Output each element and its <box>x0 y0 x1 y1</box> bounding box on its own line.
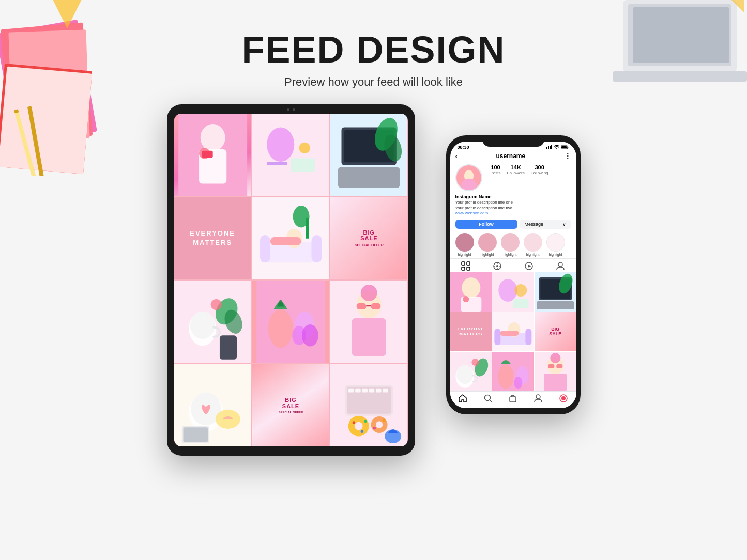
bottom-home[interactable] <box>458 394 467 405</box>
svg-rect-68 <box>355 388 361 392</box>
ig-stat-posts: 100 Posts <box>491 164 501 175</box>
signal-icon <box>546 145 553 149</box>
subtitle: Preview how your feed will look like <box>0 75 747 89</box>
tablet-screen: EVERYONEMATTERS <box>174 114 408 446</box>
phone-post-8 <box>492 352 534 391</box>
svg-rect-28 <box>338 167 400 188</box>
phone-post-grid: EVERYONEMATTERS <box>450 272 576 391</box>
svg-rect-135 <box>544 374 567 391</box>
svg-rect-101 <box>499 266 501 267</box>
chevron-down-icon: ∨ <box>562 222 566 227</box>
ig-profile-section: 100 Posts 14K Followers 300 Following <box>450 162 576 193</box>
grid-cell-8 <box>252 281 329 363</box>
svg-rect-21 <box>267 162 287 165</box>
main-title: FEED DESIGN <box>0 31 747 68</box>
highlight-2[interactable]: highlight <box>478 233 497 256</box>
ig-stat-following: 300 Following <box>531 164 548 175</box>
status-time: 08:30 <box>458 145 469 150</box>
tab-profile[interactable] <box>555 261 566 271</box>
svg-point-41 <box>190 312 215 339</box>
highlight-1[interactable]: highlight <box>455 233 474 256</box>
grid-cell-1 <box>174 114 251 196</box>
ig-stat-followers: 14K Followers <box>507 164 525 175</box>
grid-cell-12 <box>330 364 407 447</box>
follow-button[interactable]: Follow <box>455 220 517 229</box>
svg-point-130 <box>498 364 513 389</box>
grid-cell-11: BIGSALE SPECIAL OFFER <box>252 364 329 447</box>
phone-screen: 08:30 <box>450 142 576 408</box>
svg-rect-63 <box>183 427 208 442</box>
message-button[interactable]: Message ∨ <box>520 220 571 229</box>
svg-rect-72 <box>383 388 388 392</box>
tablet-dot-2 <box>293 108 295 111</box>
highlight-4[interactable]: highlight <box>524 233 542 256</box>
phone-mockup: Drag and drop your images into feed plac… <box>446 135 581 414</box>
bottom-activity[interactable] <box>559 394 568 405</box>
svg-rect-136 <box>548 364 554 368</box>
svg-rect-93 <box>467 262 470 265</box>
highlight-5[interactable]: highlight <box>546 233 565 256</box>
highlight-2-label: highlight <box>480 253 494 256</box>
bottom-shop[interactable] <box>508 394 517 405</box>
phone-frame: 08:30 <box>446 135 581 414</box>
grid-cell-6: BIGSALE SPECIAL OFFER <box>330 197 407 280</box>
message-label: Message <box>525 222 544 227</box>
svg-point-23 <box>299 143 310 153</box>
svg-rect-121 <box>525 329 531 345</box>
svg-point-44 <box>210 299 221 310</box>
grid-cell-3 <box>330 114 407 196</box>
following-count: 300 <box>531 164 548 170</box>
svg-rect-67 <box>348 388 354 392</box>
svg-rect-83 <box>546 147 547 149</box>
phone-post-7 <box>450 352 492 391</box>
svg-rect-112 <box>513 299 528 308</box>
svg-point-108 <box>463 296 469 302</box>
status-icons <box>546 145 569 149</box>
ig-name: Instagram Name <box>455 194 571 199</box>
svg-rect-99 <box>497 268 498 270</box>
svg-rect-84 <box>548 146 549 149</box>
svg-rect-95 <box>467 267 470 270</box>
svg-point-80 <box>383 419 385 422</box>
highlight-3[interactable]: highlight <box>501 233 520 256</box>
ig-avatar <box>455 164 482 191</box>
tab-reels[interactable] <box>492 261 502 271</box>
svg-point-81 <box>373 426 376 429</box>
phone-post-1 <box>450 272 492 312</box>
phone-post-3 <box>535 272 576 312</box>
phone-post-9 <box>535 352 576 391</box>
bottom-profile[interactable] <box>533 394 543 405</box>
grid-cell-5 <box>252 197 329 280</box>
phone-post-4: EVERYONEMATTERS <box>450 312 492 351</box>
svg-rect-36 <box>270 237 301 245</box>
svg-rect-45 <box>219 335 236 360</box>
following-label: Following <box>531 170 548 175</box>
ig-website[interactable]: www.website.com <box>455 211 571 215</box>
svg-point-138 <box>550 353 560 363</box>
followers-count: 14K <box>507 164 525 170</box>
svg-point-106 <box>462 277 480 298</box>
page-header: FEED DESIGN Preview how your feed will l… <box>0 0 747 89</box>
svg-point-20 <box>267 128 294 162</box>
phone-notch <box>482 135 544 147</box>
svg-point-47 <box>268 309 293 348</box>
tab-play[interactable] <box>524 261 534 271</box>
svg-point-111 <box>514 284 527 297</box>
svg-rect-33 <box>260 235 270 262</box>
svg-rect-24 <box>291 158 315 172</box>
svg-rect-98 <box>497 262 498 264</box>
bottom-search[interactable] <box>483 394 493 405</box>
svg-rect-55 <box>371 303 381 309</box>
more-options[interactable]: ⋮ <box>564 152 571 160</box>
svg-rect-86 <box>551 145 552 149</box>
grid-cell-10 <box>174 364 251 447</box>
grid-cell-2 <box>252 114 329 196</box>
tablet-mockup: EVERYONEMATTERS <box>167 104 415 456</box>
svg-point-126 <box>456 365 473 384</box>
ig-highlights: highlight highlight highlight highlight <box>450 231 576 258</box>
svg-marker-103 <box>528 265 531 268</box>
highlight-4-label: highlight <box>526 253 539 256</box>
svg-rect-88 <box>561 146 567 148</box>
tab-grid[interactable] <box>461 261 471 271</box>
back-arrow[interactable]: ‹ <box>455 152 458 160</box>
